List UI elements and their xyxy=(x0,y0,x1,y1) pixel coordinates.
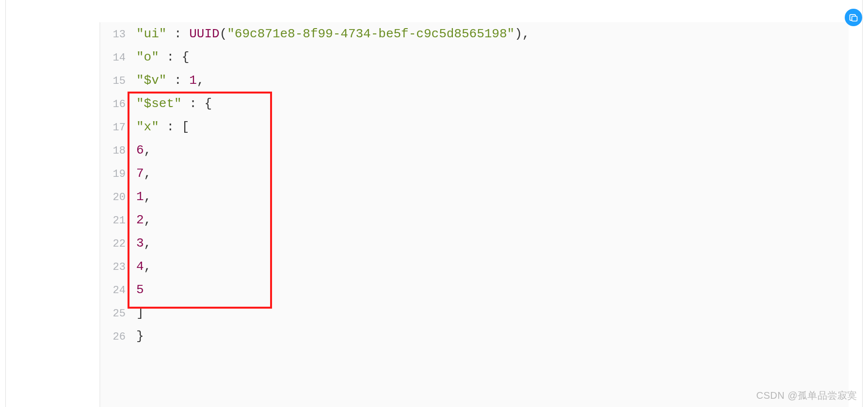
token-punc: ] xyxy=(136,306,144,320)
code-content: "ui" : UUID("69c871e8-8f99-4734-be5f-c9c… xyxy=(126,22,530,46)
code-content: 1, xyxy=(126,185,151,208)
token-str: "$v" xyxy=(136,73,166,88)
token-num: 4 xyxy=(136,259,144,274)
token-comma: , xyxy=(197,73,205,88)
code-content: "x" : [ xyxy=(126,115,189,139)
token-punc: : xyxy=(159,50,182,64)
code-content: ] xyxy=(126,301,144,325)
token-punc: ( xyxy=(220,27,227,41)
code-content: "o" : { xyxy=(126,46,189,69)
code-line: 14"o" : { xyxy=(100,46,849,69)
token-punc: ) xyxy=(514,27,522,41)
line-number: 14 xyxy=(100,47,126,70)
token-str: "ui" xyxy=(136,27,166,41)
token-punc: { xyxy=(204,96,212,111)
line-number: 24 xyxy=(100,279,126,302)
line-number: 26 xyxy=(100,326,126,349)
code-line: 15"$v" : 1, xyxy=(100,69,849,92)
code-line: 17"x" : [ xyxy=(100,115,849,139)
token-punc: { xyxy=(182,50,190,64)
code-line: 212, xyxy=(100,208,849,232)
token-punc: : xyxy=(159,120,182,134)
line-number: 17 xyxy=(100,116,126,140)
code-line: 13"ui" : UUID("69c871e8-8f99-4734-be5f-c… xyxy=(100,22,849,46)
code-content: 4, xyxy=(126,255,151,278)
line-number: 22 xyxy=(100,233,126,256)
line-number: 20 xyxy=(100,186,126,209)
code-content: 7, xyxy=(126,162,151,185)
line-number: 18 xyxy=(100,140,126,163)
code-content: 2, xyxy=(126,208,151,232)
token-comma: , xyxy=(144,213,152,227)
code-content: 6, xyxy=(126,139,151,162)
code-line: 197, xyxy=(100,162,849,185)
code-content: "$v" : 1, xyxy=(126,69,204,92)
token-punc: [ xyxy=(182,120,190,134)
line-number: 15 xyxy=(100,70,126,93)
line-number: 25 xyxy=(100,302,126,326)
token-comma: , xyxy=(144,166,152,181)
code-line: 26} xyxy=(100,325,849,348)
token-punc: } xyxy=(136,329,144,344)
token-str: "o" xyxy=(136,50,159,64)
token-str: "$set" xyxy=(136,96,182,111)
code-line: 223, xyxy=(100,232,849,255)
token-num: 5 xyxy=(136,282,144,297)
token-str: "x" xyxy=(136,120,159,134)
code-line: 16"$set" : { xyxy=(100,92,849,115)
line-number: 19 xyxy=(100,163,126,186)
code-block: 13"ui" : UUID("69c871e8-8f99-4734-be5f-c… xyxy=(99,22,849,407)
line-number: 23 xyxy=(100,256,126,279)
token-punc: : xyxy=(166,73,189,88)
token-comma: , xyxy=(144,143,152,157)
token-func: UUID xyxy=(189,27,219,41)
token-comma: , xyxy=(522,27,530,41)
code-content: "$set" : { xyxy=(126,92,212,115)
csdn-badge-icon[interactable] xyxy=(845,9,862,26)
token-num: 2 xyxy=(136,213,144,227)
token-comma: , xyxy=(144,189,152,204)
token-comma: , xyxy=(144,259,152,274)
line-number: 16 xyxy=(100,93,126,116)
code-line: 234, xyxy=(100,255,849,278)
token-num: 1 xyxy=(189,73,197,88)
code-content: } xyxy=(126,325,144,348)
token-punc: : xyxy=(166,27,189,41)
line-number: 13 xyxy=(100,23,126,47)
token-num: 7 xyxy=(136,166,144,181)
code-content: 5 xyxy=(126,278,144,301)
token-num: 1 xyxy=(136,189,144,204)
token-num: 3 xyxy=(136,236,144,250)
code-line: 186, xyxy=(100,139,849,162)
code-content: 3, xyxy=(126,232,151,255)
token-comma: , xyxy=(144,236,152,250)
line-number: 21 xyxy=(100,209,126,233)
code-line: 25] xyxy=(100,301,849,325)
token-str: "69c871e8-8f99-4734-be5f-c9c5d8565198" xyxy=(227,27,514,41)
code-line: 201, xyxy=(100,185,849,208)
token-punc: : xyxy=(182,96,205,111)
watermark-text: CSDN @孤单品尝寂寞 xyxy=(756,389,857,402)
token-num: 6 xyxy=(136,143,144,157)
code-line: 245 xyxy=(100,278,849,301)
svg-rect-1 xyxy=(852,16,857,21)
